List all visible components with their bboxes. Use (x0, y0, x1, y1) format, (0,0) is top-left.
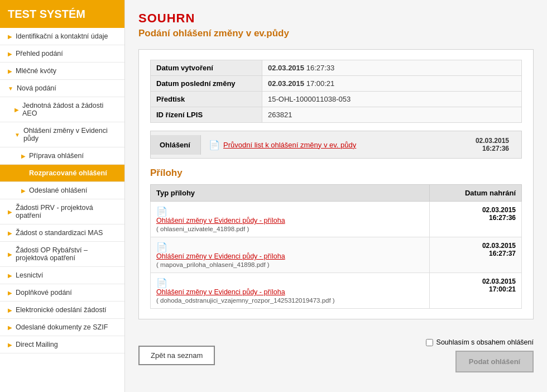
ohlaseni-link-area: 📄 Průvodní list k ohlášení změny v ev. p… (201, 131, 521, 158)
sidebar-item-label: Odeslané ohlášení (29, 187, 87, 194)
attachments-title: Přílohy (150, 168, 522, 179)
page-title: SOUHRN (138, 11, 534, 26)
attachment-link-2[interactable]: Ohlášení změny v Evidenci půdy - příloha (156, 252, 424, 260)
arrow-icon: ▶ (8, 342, 12, 348)
predtisk-value: 15-OHL-1000011038-053 (262, 92, 522, 107)
ohlaseni-label: Ohlášení (151, 135, 201, 155)
table-row: Datum poslední změny 02.03.2015 17:00:21 (151, 76, 522, 92)
attachment-cell: 📄 Ohlášení změny v Evidenci půdy - přílo… (151, 273, 430, 309)
id-rizeni-value: 263821 (262, 107, 522, 123)
sidebar-item-label: Elektronické odeslání žádostí (16, 306, 107, 314)
sidebar-item-jednotna[interactable]: ▶ Jednotná žádost a žádosti AEO (0, 97, 124, 122)
ohlaseni-date-val: 02.03.2015 (476, 137, 509, 145)
footer-bar: Zpět na seznam Souhlasím s obsahem ohláš… (138, 329, 534, 372)
arrow-icon: ▶ (21, 170, 26, 176)
main-content: SOUHRN Podání ohlášení změny v ev.půdy D… (125, 0, 547, 392)
pdf-icon: 📄 (156, 278, 167, 288)
consent-checkbox[interactable] (426, 339, 433, 346)
submit-button[interactable]: Podat ohlášení (455, 351, 534, 372)
info-box: Datum vytvoření 02.03.2015 16:27:33 Datu… (138, 49, 534, 319)
attachment-row-1: 📄 Ohlášení změny v Evidenci půdy - přílo… (151, 202, 522, 237)
sidebar-item-label: Příprava ohlášení (29, 152, 84, 160)
sidebar-item-label: Přehled podání (16, 50, 63, 58)
section-subtitle: Podání ohlášení změny v ev.půdy (138, 28, 534, 41)
sidebar-item-label: Mléčné kvóty (16, 67, 56, 75)
attach-date-val: 02.03.2015 (482, 206, 516, 214)
id-rizeni-label: ID řízení LPIS (151, 107, 262, 123)
sidebar-item-label: Direct Mailing (16, 341, 58, 348)
datum-vytvoreni-label: Datum vytvoření (151, 60, 262, 76)
table-row: ID řízení LPIS 263821 (151, 107, 522, 123)
consent-label: Souhlasím s obsahem ohlášení (436, 338, 534, 346)
ohlaseni-time-val: 16:27:36 (482, 145, 509, 152)
pdf-icon: 📄 (156, 207, 167, 216)
attach-time-val: 16:27:36 (489, 214, 516, 222)
sidebar-item-lesnictvi[interactable]: ▶ Lesnictví (0, 267, 124, 284)
sidebar-item-nova-podani[interactable]: ▼ Nová podání (0, 80, 124, 97)
attachments-table: Typ přílohy Datum nahrání 📄 Ohlášení změ… (150, 184, 522, 309)
arrow-icon: ▶ (8, 273, 12, 279)
sidebar-item-elektronicke[interactable]: ▶ Elektronické odeslání žádostí (0, 302, 124, 319)
sidebar-item-priprava[interactable]: ▶ Příprava ohlášení (0, 147, 124, 165)
arrow-icon: ▶ (15, 107, 19, 113)
sidebar-item-label: Odeslané dokumenty ze SZIF (16, 323, 108, 331)
sidebar-item-label: Žádosti PRV - projektová opatření (16, 204, 117, 219)
sidebar: TEST SYSTÉM ▶ Identifikační a kontaktní … (0, 0, 125, 392)
sidebar-item-ohlaseni-zmeny[interactable]: ▼ Ohlášení změny v Evidenci půdy (0, 122, 124, 147)
table-row: Předtisk 15-OHL-1000011038-053 (151, 92, 522, 107)
arrow-icon: ▶ (8, 324, 12, 331)
col-datum: Datum nahrání (430, 185, 522, 202)
attach-date-val: 02.03.2015 (482, 242, 516, 250)
sidebar-item-odeslane[interactable]: ▶ Odeslané ohlášení (0, 182, 124, 199)
attach-time-val: 17:00:21 (489, 285, 516, 293)
arrow-icon: ▶ (8, 68, 12, 74)
sidebar-item-mlecne[interactable]: ▶ Mléčné kvóty (0, 63, 124, 80)
sidebar-item-identifikacni[interactable]: ▶ Identifikační a kontaktní údaje (0, 28, 124, 45)
submit-area: Souhlasím s obsahem ohlášení Podat ohláš… (426, 338, 534, 372)
attachment-cell: 📄 Ohlášení změny v Evidenci půdy - přílo… (151, 202, 430, 237)
sidebar-item-label: Nová podání (17, 84, 56, 92)
attach-time-val: 16:27:37 (489, 250, 516, 257)
sidebar-item-label: Rozpracované ohlášení (29, 169, 107, 177)
ohlaseni-date: 02.03.2015 16:27:36 (476, 137, 514, 152)
sidebar-title: TEST SYSTÉM (0, 0, 124, 28)
sidebar-item-prehled[interactable]: ▶ Přehled podání (0, 45, 124, 63)
arrow-icon: ▶ (8, 290, 12, 296)
datum-vytvoreni-value: 02.03.2015 16:27:33 (262, 60, 522, 76)
attachment-row-3: 📄 Ohlášení změny v Evidenci půdy - přílo… (151, 273, 522, 309)
arrow-icon: ▶ (8, 51, 12, 57)
attachment-filename-2: ( mapova_priloha_ohlaseni_41898.pdf ) (156, 261, 424, 268)
arrow-icon: ▶ (8, 251, 12, 257)
back-button[interactable]: Zpět na seznam (138, 346, 215, 365)
sidebar-item-direct-mailing[interactable]: ▶ Direct Mailing (0, 336, 124, 353)
attach-date-val: 02.03.2015 (482, 278, 516, 285)
sidebar-item-zadost-standardizaci[interactable]: ▶ Žádost o standardizaci MAS (0, 224, 124, 242)
arrow-icon: ▼ (15, 132, 20, 138)
sidebar-item-odeslane-dokumenty[interactable]: ▶ Odeslané dokumenty ze SZIF (0, 319, 124, 336)
arrow-icon: ▶ (8, 230, 12, 236)
checkbox-row: Souhlasím s obsahem ohlášení (426, 338, 534, 346)
predtisk-label: Předtisk (151, 92, 262, 107)
attachment-link-3[interactable]: Ohlášení změny v Evidenci půdy - příloha (156, 288, 424, 296)
pdf-icon: 📄 (156, 242, 167, 252)
table-header-row: Typ přílohy Datum nahrání (151, 185, 522, 202)
datum-posledni-value: 02.03.2015 17:00:21 (262, 76, 522, 92)
sidebar-item-rozpracovane[interactable]: ▶ Rozpracované ohlášení (0, 165, 124, 182)
datum-posledni-label: Datum poslední změny (151, 76, 262, 92)
col-typ: Typ přílohy (151, 185, 430, 202)
attachment-date-3: 02.03.2015 17:00:21 (430, 273, 522, 309)
table-row: Datum vytvoření 02.03.2015 16:27:33 (151, 60, 522, 76)
sidebar-item-zadosti-op[interactable]: ▶ Žádosti OP Rybářství – projektová opat… (0, 242, 124, 267)
attachment-link-1[interactable]: Ohlášení změny v Evidenci půdy - příloha (156, 217, 424, 224)
arrow-icon: ▶ (21, 153, 26, 159)
sidebar-item-zadosti-prv[interactable]: ▶ Žádosti PRV - projektová opatření (0, 199, 124, 224)
ohlaseni-row: Ohlášení 📄 Průvodní list k ohlášení změn… (150, 131, 522, 159)
attachment-date-2: 02.03.2015 16:27:37 (430, 237, 522, 273)
sidebar-item-label: Identifikační a kontaktní údaje (16, 32, 108, 40)
attachment-date-1: 02.03.2015 16:27:36 (430, 202, 522, 237)
arrow-icon: ▶ (8, 34, 12, 40)
arrow-icon: ▼ (8, 85, 13, 92)
ohlaseni-link[interactable]: Průvodní list k ohlášení změny v ev. půd… (223, 141, 356, 149)
sidebar-item-doplnkove[interactable]: ▶ Doplňkové podání (0, 284, 124, 302)
arrow-icon: ▶ (8, 307, 12, 313)
